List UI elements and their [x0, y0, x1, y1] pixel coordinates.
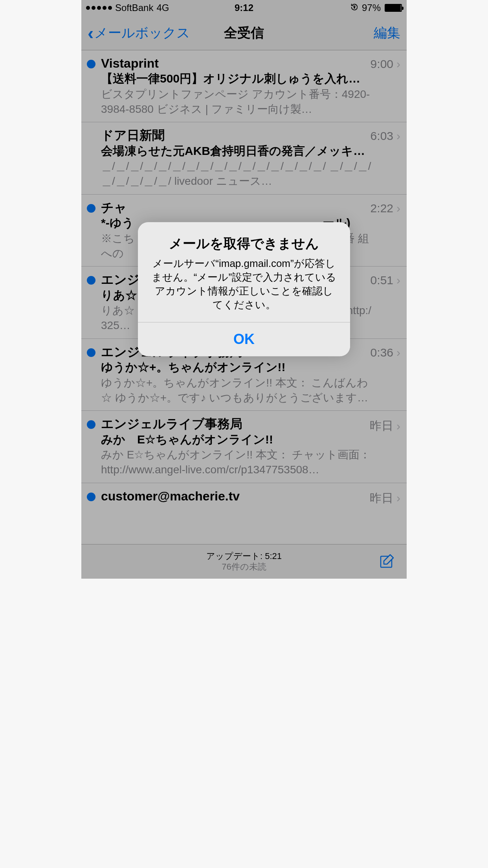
alert-title: メールを取得できません — [150, 235, 338, 253]
mail-app-screen: SoftBank 4G 9:12 97% ‹ メールボックス 全受信 編集 — [81, 0, 407, 579]
alert-message: メールサーバ“imap.gmail.com”が応答しません。“メール”設定で入力… — [150, 257, 338, 312]
alert-ok-button[interactable]: OK — [138, 322, 350, 357]
error-alert: メールを取得できません メールサーバ“imap.gmail.com”が応答しませ… — [138, 222, 350, 356]
